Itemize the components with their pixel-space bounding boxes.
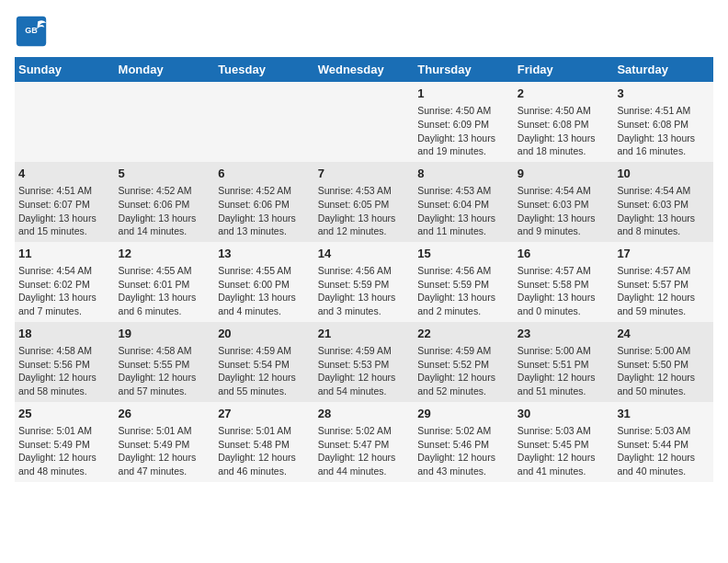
day-header-tuesday: Tuesday: [214, 57, 314, 82]
cell-content: Sunrise: 5:00 AM: [518, 344, 610, 358]
cell-content: Sunset: 5:57 PM: [617, 278, 710, 292]
cell-content: Sunrise: 4:50 AM: [417, 104, 510, 118]
calendar-cell: 28Sunrise: 5:02 AMSunset: 5:47 PMDayligh…: [314, 402, 415, 482]
day-header-thursday: Thursday: [414, 57, 514, 82]
day-number: 5: [119, 166, 211, 182]
calendar-cell: 21Sunrise: 4:59 AMSunset: 5:53 PMDayligh…: [314, 322, 415, 402]
day-number: 4: [18, 166, 111, 182]
day-number: 14: [318, 246, 411, 262]
day-number: 29: [417, 406, 510, 422]
cell-content: Sunset: 5:49 PM: [18, 438, 111, 452]
calendar-cell: 19Sunrise: 4:58 AMSunset: 5:55 PMDayligh…: [115, 322, 215, 402]
cell-content: and 19 minutes.: [417, 144, 510, 158]
cell-content: and 51 minutes.: [518, 385, 610, 398]
calendar-cell: [15, 82, 115, 162]
calendar-cell: 29Sunrise: 5:02 AMSunset: 5:46 PMDayligh…: [414, 402, 514, 482]
calendar-cell: 9Sunrise: 4:54 AMSunset: 6:03 PMDaylight…: [514, 162, 614, 242]
calendar-cell: [214, 82, 314, 162]
calendar-cell: 7Sunrise: 4:53 AMSunset: 6:05 PMDaylight…: [314, 162, 415, 242]
cell-content: and 47 minutes.: [119, 465, 211, 478]
cell-content: Sunrise: 5:00 AM: [617, 344, 710, 358]
day-number: 27: [218, 406, 311, 422]
cell-content: and 4 minutes.: [218, 304, 311, 318]
cell-content: Daylight: 13 hours: [518, 291, 610, 304]
calendar-cell: 4Sunrise: 4:51 AMSunset: 6:07 PMDaylight…: [15, 162, 115, 242]
cell-content: and 50 minutes.: [617, 385, 710, 398]
cell-content: Sunrise: 4:59 AM: [218, 344, 311, 358]
cell-content: Sunrise: 4:54 AM: [518, 184, 610, 198]
day-number: 21: [318, 326, 411, 342]
cell-content: Daylight: 12 hours: [218, 451, 311, 465]
calendar-cell: 5Sunrise: 4:52 AMSunset: 6:06 PMDaylight…: [115, 162, 215, 242]
calendar-cell: [314, 82, 415, 162]
calendar-cell: 10Sunrise: 4:54 AMSunset: 6:03 PMDayligh…: [613, 162, 713, 242]
cell-content: Sunset: 5:56 PM: [18, 358, 111, 372]
week-row-5: 25Sunrise: 5:01 AMSunset: 5:49 PMDayligh…: [15, 402, 713, 482]
days-header-row: SundayMondayTuesdayWednesdayThursdayFrid…: [15, 57, 713, 82]
cell-content: Sunset: 5:49 PM: [119, 438, 211, 452]
cell-content: Sunrise: 4:58 AM: [18, 344, 111, 358]
calendar-cell: 13Sunrise: 4:55 AMSunset: 6:00 PMDayligh…: [214, 242, 314, 322]
calendar-cell: 6Sunrise: 4:52 AMSunset: 6:06 PMDaylight…: [214, 162, 314, 242]
cell-content: Sunrise: 4:56 AM: [417, 264, 510, 278]
cell-content: Daylight: 13 hours: [518, 212, 610, 225]
cell-content: Daylight: 12 hours: [318, 451, 411, 465]
week-row-3: 11Sunrise: 4:54 AMSunset: 6:02 PMDayligh…: [15, 242, 713, 322]
cell-content: and 55 minutes.: [218, 385, 311, 398]
day-number: 7: [318, 166, 411, 182]
cell-content: Sunset: 5:58 PM: [518, 278, 610, 292]
cell-content: and 54 minutes.: [318, 385, 411, 398]
cell-content: Sunset: 6:00 PM: [218, 278, 311, 292]
day-number: 17: [617, 246, 710, 262]
cell-content: Daylight: 13 hours: [218, 291, 311, 304]
cell-content: Daylight: 12 hours: [218, 371, 311, 385]
calendar-cell: 2Sunrise: 4:50 AMSunset: 6:08 PMDaylight…: [514, 82, 614, 162]
cell-content: Sunset: 6:02 PM: [18, 278, 111, 292]
cell-content: and 52 minutes.: [417, 385, 510, 398]
cell-content: Sunrise: 4:56 AM: [318, 264, 411, 278]
calendar-cell: 27Sunrise: 5:01 AMSunset: 5:48 PMDayligh…: [214, 402, 314, 482]
cell-content: Sunset: 5:59 PM: [417, 278, 510, 292]
cell-content: Daylight: 13 hours: [417, 291, 510, 304]
cell-content: Sunset: 6:05 PM: [318, 198, 411, 212]
cell-content: Daylight: 12 hours: [417, 371, 510, 385]
day-number: 26: [119, 406, 211, 422]
cell-content: and 11 minutes.: [417, 224, 510, 238]
calendar-cell: 20Sunrise: 4:59 AMSunset: 5:54 PMDayligh…: [214, 322, 314, 402]
cell-content: and 41 minutes.: [518, 465, 610, 478]
svg-text:GB: GB: [25, 26, 38, 35]
cell-content: Sunset: 6:04 PM: [417, 198, 510, 212]
day-number: 22: [417, 326, 510, 342]
cell-content: and 15 minutes.: [18, 224, 111, 238]
day-number: 13: [218, 246, 311, 262]
calendar-cell: 17Sunrise: 4:57 AMSunset: 5:57 PMDayligh…: [613, 242, 713, 322]
day-number: 18: [18, 326, 111, 342]
day-number: 1: [417, 86, 510, 102]
cell-content: Sunrise: 5:03 AM: [518, 424, 610, 438]
cell-content: and 2 minutes.: [417, 304, 510, 318]
calendar-cell: 8Sunrise: 4:53 AMSunset: 6:04 PMDaylight…: [414, 162, 514, 242]
cell-content: Sunrise: 4:52 AM: [218, 184, 311, 198]
cell-content: Sunrise: 4:55 AM: [119, 264, 211, 278]
week-row-2: 4Sunrise: 4:51 AMSunset: 6:07 PMDaylight…: [15, 162, 713, 242]
cell-content: Sunrise: 4:58 AM: [119, 344, 211, 358]
cell-content: Sunset: 5:51 PM: [518, 358, 610, 372]
week-row-1: 1Sunrise: 4:50 AMSunset: 6:09 PMDaylight…: [15, 82, 713, 162]
cell-content: Daylight: 12 hours: [417, 451, 510, 465]
cell-content: Sunrise: 5:02 AM: [318, 424, 411, 438]
cell-content: and 8 minutes.: [617, 224, 710, 238]
cell-content: Sunrise: 4:54 AM: [18, 264, 111, 278]
cell-content: and 16 minutes.: [617, 144, 710, 158]
cell-content: Daylight: 12 hours: [18, 371, 111, 385]
cell-content: Sunrise: 4:51 AM: [617, 104, 710, 118]
cell-content: and 48 minutes.: [18, 465, 111, 478]
cell-content: Daylight: 13 hours: [318, 291, 411, 304]
cell-content: Daylight: 13 hours: [119, 212, 211, 225]
cell-content: Daylight: 13 hours: [617, 212, 710, 225]
cell-content: Daylight: 13 hours: [18, 212, 111, 225]
day-number: 28: [318, 406, 411, 422]
calendar-cell: 12Sunrise: 4:55 AMSunset: 6:01 PMDayligh…: [115, 242, 215, 322]
calendar-cell: 3Sunrise: 4:51 AMSunset: 6:08 PMDaylight…: [613, 82, 713, 162]
cell-content: Sunset: 6:06 PM: [119, 198, 211, 212]
cell-content: Sunset: 5:50 PM: [617, 358, 710, 372]
